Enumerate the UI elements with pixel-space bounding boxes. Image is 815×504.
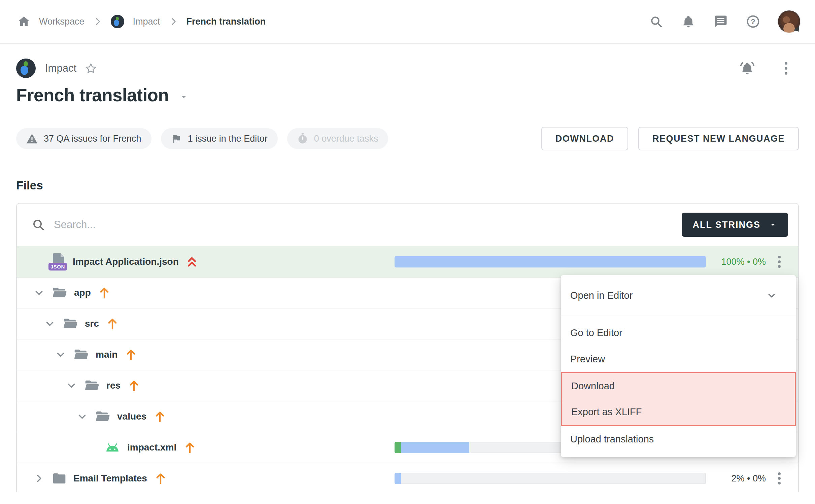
warning-icon <box>26 133 38 144</box>
progress-translated-segment <box>395 256 706 267</box>
tree-item-name[interactable]: main <box>96 349 117 360</box>
notifications-icon[interactable] <box>681 14 696 29</box>
tree-row-file-0[interactable]: JSONImpact Application.json100% • 0% <box>17 246 798 277</box>
page-title: French translation <box>16 85 169 105</box>
flag-icon <box>171 133 182 144</box>
upload-arrow-icon <box>129 380 139 392</box>
tree-item-name[interactable]: impact.xml <box>127 442 176 453</box>
title-caret-down-icon[interactable] <box>179 92 189 102</box>
menu-item-preview[interactable]: Preview <box>561 346 796 372</box>
progress-bar <box>395 473 706 484</box>
progress-label: 2% • 0% <box>706 473 766 484</box>
tree-item-name[interactable]: src <box>85 318 99 329</box>
strings-filter-button[interactable]: ALL STRINGS <box>682 213 788 237</box>
folder-open-icon <box>53 287 67 298</box>
search-icon <box>32 218 45 231</box>
chip-label: 0 overdue tasks <box>314 134 378 144</box>
menu-highlighted-group: DownloadExport as XLIFF <box>561 372 796 426</box>
subscribe-bell-icon[interactable] <box>740 61 755 76</box>
tree-row-left: main <box>32 349 136 361</box>
files-heading: Files <box>16 179 799 192</box>
breadcrumb-workspace[interactable]: Workspace <box>39 16 84 27</box>
file-context-menu: Open in Editor Go to EditorPreviewDownlo… <box>561 275 796 457</box>
request-new-language-button[interactable]: REQUEST NEW LANGUAGE <box>638 127 799 150</box>
caret-down-icon <box>769 220 777 229</box>
progress-translated-segment <box>401 442 470 453</box>
folder-open-icon <box>96 411 110 422</box>
upload-arrow-icon <box>107 318 118 330</box>
chevron-down-icon[interactable] <box>55 349 66 360</box>
status-chip-1[interactable]: 1 issue in the Editor <box>161 128 278 149</box>
user-avatar[interactable] <box>778 10 800 33</box>
top-nav: Workspace Impact French translation ? <box>0 0 815 44</box>
folder-closed-icon <box>53 473 66 484</box>
tree-item-name[interactable]: Impact Application.json <box>73 256 179 267</box>
messages-icon[interactable] <box>713 14 728 29</box>
chevron-down-icon[interactable] <box>66 380 77 391</box>
menu-item-go-to-editor[interactable]: Go to Editor <box>561 320 796 346</box>
page-title-row: French translation <box>16 85 799 105</box>
svg-text:?: ? <box>751 17 755 26</box>
folder-open-icon <box>85 380 99 391</box>
chevron-down-icon[interactable] <box>44 318 55 329</box>
chevron-down-icon[interactable] <box>77 411 88 422</box>
chevron-right-icon[interactable] <box>34 473 44 484</box>
upload-arrow-icon <box>155 472 166 484</box>
tree-row-left: impact.xml <box>32 441 195 454</box>
tree-item-name[interactable]: Email Templates <box>73 473 147 484</box>
help-icon[interactable]: ? <box>746 14 760 29</box>
tree-row-left: res <box>32 380 139 392</box>
upload-arrow-icon <box>99 287 110 299</box>
tree-item-name[interactable]: values <box>117 411 146 422</box>
tree-row-left: app <box>32 287 110 299</box>
status-chip-2: 0 overdue tasks <box>287 128 388 149</box>
tree-item-name[interactable]: app <box>74 287 91 298</box>
overdue-icon <box>297 133 308 144</box>
tree-row-left: Email Templates <box>32 472 166 484</box>
json-file-icon: JSON <box>51 253 65 271</box>
chevron-right-icon <box>93 17 102 26</box>
breadcrumb-project[interactable]: Impact <box>133 16 160 27</box>
upload-arrow-icon <box>155 410 165 423</box>
project-logo <box>16 59 36 78</box>
tree-row-left: values <box>32 410 165 423</box>
chip-label: 37 QA issues for French <box>44 134 141 144</box>
menu-item-export-as-xliff[interactable]: Export as XLIFF <box>562 399 795 425</box>
row-kebab-icon[interactable] <box>773 252 786 271</box>
android-file-icon <box>105 442 120 453</box>
row-kebab-icon[interactable] <box>773 469 786 488</box>
project-header: Impact <box>16 59 799 78</box>
status-chips: 37 QA issues for French1 issue in the Ed… <box>16 128 388 149</box>
upload-arrow-icon <box>184 441 195 454</box>
menu-item-download[interactable]: Download <box>562 373 795 399</box>
tree-row-left: src <box>32 318 118 330</box>
project-logo <box>111 15 124 28</box>
download-button[interactable]: DOWNLOAD <box>541 127 628 150</box>
home-icon[interactable] <box>18 15 30 28</box>
progress-label: 100% • 0% <box>706 257 766 267</box>
tree-item-name[interactable]: res <box>106 380 121 391</box>
tree-row-folder-7[interactable]: Email Templates2% • 0% <box>17 463 798 494</box>
project-kebab-icon[interactable] <box>779 59 793 78</box>
status-chip-0[interactable]: 37 QA issues for French <box>16 128 151 149</box>
upload-arrow-icon <box>126 349 136 361</box>
priority-high-icon <box>187 256 197 267</box>
tree-row-left: JSONImpact Application.json <box>32 253 197 271</box>
project-name[interactable]: Impact <box>45 62 76 74</box>
progress-approved-segment <box>395 442 401 453</box>
breadcrumb-current-page: French translation <box>186 16 266 27</box>
search-icon[interactable] <box>649 14 664 29</box>
menu-item-open-in-editor[interactable]: Open in Editor <box>561 275 796 316</box>
star-icon[interactable] <box>85 63 97 74</box>
files-toolbar: ALL STRINGS <box>17 204 798 246</box>
progress-bar <box>395 256 706 267</box>
chevron-down-icon[interactable] <box>34 287 44 298</box>
files-search-input[interactable] <box>54 219 256 231</box>
chevron-right-icon <box>169 17 178 26</box>
folder-open-icon <box>63 318 77 329</box>
folder-open-icon <box>74 349 88 360</box>
menu-item-upload-translations[interactable]: Upload translations <box>561 426 796 452</box>
breadcrumb: Workspace Impact French translation <box>18 15 266 28</box>
chip-label: 1 issue in the Editor <box>188 134 268 144</box>
chevron-down-icon <box>766 290 777 301</box>
